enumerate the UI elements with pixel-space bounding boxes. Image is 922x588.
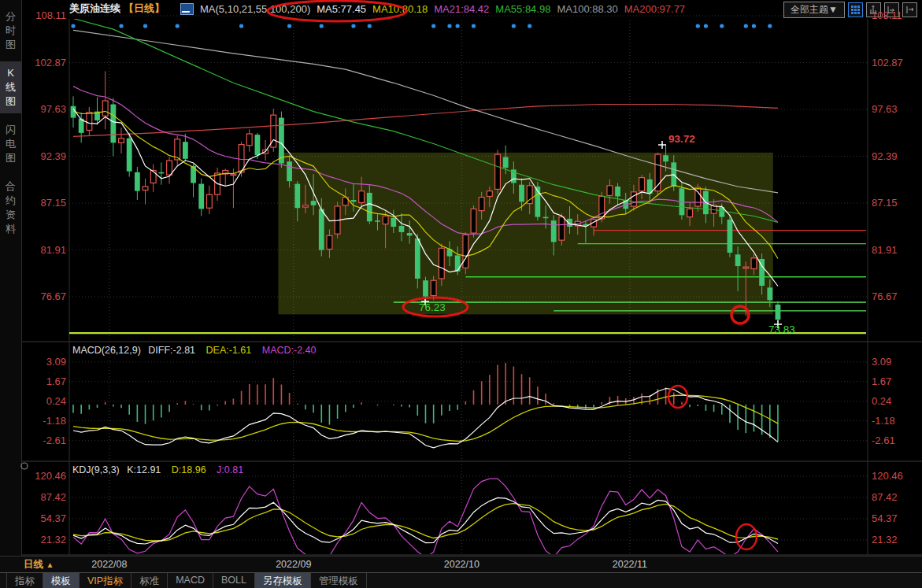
tab-save-template[interactable]: 另存模板 xyxy=(255,573,311,588)
svg-text:1.67: 1.67 xyxy=(46,375,66,387)
svg-text:-1.18: -1.18 xyxy=(43,415,66,427)
kdj-j-value: J:0.81 xyxy=(217,464,243,475)
svg-text:87.42: 87.42 xyxy=(872,491,898,503)
ma100-value: MA100:88.30 xyxy=(557,3,617,15)
svg-text:97.63: 97.63 xyxy=(872,103,898,115)
multi-chart-grid-icon[interactable] xyxy=(848,2,863,17)
add-pane-icon[interactable] xyxy=(866,2,881,17)
ma-group-label: MA(5,10,21,55,100,200) xyxy=(200,3,310,15)
kdj-pane-icon xyxy=(21,463,28,469)
sidebar-item-label: 合约资料 xyxy=(5,179,17,236)
svg-text:102.87: 102.87 xyxy=(872,57,903,68)
tab-indicators[interactable]: 指标 xyxy=(6,573,43,588)
svg-text:0.24: 0.24 xyxy=(872,395,891,407)
svg-text:3.09: 3.09 xyxy=(46,356,66,368)
svg-text:0.24: 0.24 xyxy=(46,395,66,407)
ma21-value: MA21:84.42 xyxy=(434,3,489,15)
svg-text:54.37: 54.37 xyxy=(872,512,898,524)
period-label: 【日线】 xyxy=(124,2,165,16)
svg-text:76.67: 76.67 xyxy=(872,290,898,302)
kline-chart-canvas: 108.11108.11102.87102.8797.6397.6392.399… xyxy=(0,0,922,588)
macd-diff-value: DIFF:-2.81 xyxy=(148,345,195,356)
tab-macd[interactable]: MACD xyxy=(168,573,213,588)
sidebar-item-time-chart[interactable]: 分时图 xyxy=(0,5,21,57)
sidebar-item-label: K线图 xyxy=(5,66,17,109)
svg-text:76.67: 76.67 xyxy=(40,290,66,302)
macd-pane-header: MACD(26,12,9) DIFF:-2.81 DEA:-1.61 MACD:… xyxy=(72,345,317,356)
kline-app-window: 分时图 K线图 闪电图 合约资料 美原油连续 【日线】 MA(5,10,21,5… xyxy=(0,0,922,588)
svg-text:-1.18: -1.18 xyxy=(872,415,895,427)
macd-dea-value: DEA:-1.61 xyxy=(206,345,252,356)
pane-right-icon[interactable] xyxy=(884,2,899,17)
tab-templates[interactable]: 模板 xyxy=(43,573,80,588)
svg-text:21.32: 21.32 xyxy=(40,534,66,545)
timeline-month-label: 2022/09 xyxy=(276,559,311,570)
period-selector[interactable]: 日线 ▲ xyxy=(24,558,54,571)
sidebar-item-contract-info[interactable]: 合约资料 xyxy=(0,175,21,241)
svg-text:92.39: 92.39 xyxy=(40,150,66,162)
tab-manage-templates[interactable]: 管理模板 xyxy=(311,573,367,588)
svg-text:73.83: 73.83 xyxy=(768,324,795,335)
ma10-value: MA10:80.18 xyxy=(372,3,428,15)
svg-text:-2.61: -2.61 xyxy=(872,435,895,446)
macd-macd-value: MACD:-2.40 xyxy=(262,345,317,356)
svg-text:92.39: 92.39 xyxy=(872,150,898,162)
timeline-month-label: 2022/11 xyxy=(613,559,647,570)
svg-text:87.42: 87.42 xyxy=(40,491,66,503)
chevron-up-icon: ▲ xyxy=(46,560,54,569)
svg-text:120.46: 120.46 xyxy=(35,470,66,482)
ma55-value: MA55:84.98 xyxy=(495,3,550,15)
svg-text:81.91: 81.91 xyxy=(872,244,898,256)
svg-text:87.15: 87.15 xyxy=(40,197,66,209)
instrument-title: 美原油连续 xyxy=(69,2,120,16)
chart-type-sidebar: 分时图 K线图 闪电图 合约资料 xyxy=(0,0,22,556)
svg-text:3.09: 3.09 xyxy=(872,356,891,368)
svg-text:93.72: 93.72 xyxy=(668,133,695,145)
svg-text:87.15: 87.15 xyxy=(872,197,898,209)
kdj-k-value: K:12.91 xyxy=(127,464,161,475)
ma200-value: MA200:97.77 xyxy=(624,3,685,15)
tab-boll[interactable]: BOLL xyxy=(213,573,255,588)
theme-dropdown-button[interactable]: 全部主题▼ xyxy=(783,2,845,18)
timeline-month-label: 2022/08 xyxy=(91,559,127,570)
svg-text:120.46: 120.46 xyxy=(872,470,903,482)
svg-text:-2.61: -2.61 xyxy=(43,435,66,446)
kdj-title: KDJ(9,3,3) xyxy=(72,464,120,475)
svg-text:76.23: 76.23 xyxy=(419,301,446,313)
svg-text:54.37: 54.37 xyxy=(40,512,66,524)
svg-text:97.63: 97.63 xyxy=(40,103,66,115)
expand-pane-icon[interactable] xyxy=(902,2,917,17)
sidebar-item-label: 闪电图 xyxy=(5,123,17,165)
period-selector-label: 日线 xyxy=(24,559,43,570)
sidebar-item-kline-chart[interactable]: K线图 xyxy=(0,61,21,113)
svg-text:21.32: 21.32 xyxy=(872,534,898,545)
sidebar-item-label: 分时图 xyxy=(5,9,17,52)
ma5-value: MA5:77.45 xyxy=(317,3,366,15)
sidebar-item-flash-chart[interactable]: 闪电图 xyxy=(0,118,21,170)
svg-text:102.87: 102.87 xyxy=(35,57,66,68)
svg-text:81.91: 81.91 xyxy=(40,244,66,256)
timeline-bar: 日线 ▲ 2022/082022/092022/102022/11 xyxy=(0,556,922,573)
kdj-d-value: D:18.96 xyxy=(172,464,206,475)
macd-title: MACD(26,12,9) xyxy=(72,345,141,356)
tab-standard[interactable]: 标准 xyxy=(131,573,168,588)
svg-text:1.67: 1.67 xyxy=(872,375,891,387)
kdj-pane-header: KDJ(9,3,3) K:12.91 D:18.96 J:0.81 xyxy=(72,464,243,475)
tab-vip-indicators[interactable]: VIP指标 xyxy=(80,573,131,588)
indicator-toolbar: 指标 模板 VIP指标 标准 MACD BOLL 另存模板 管理模板 xyxy=(0,572,922,588)
indicator-icon[interactable] xyxy=(180,3,194,15)
timeline-month-label: 2022/10 xyxy=(444,559,480,570)
